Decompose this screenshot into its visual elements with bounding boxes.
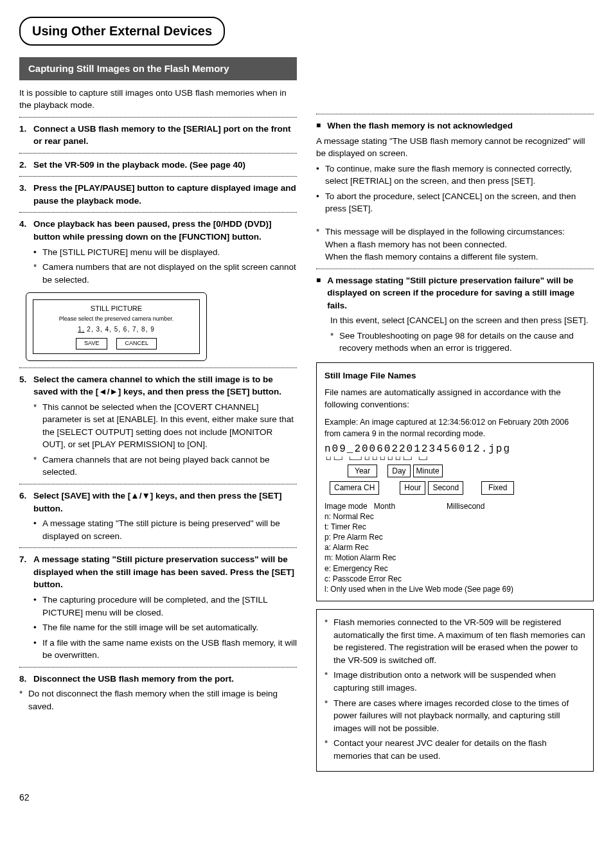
notes-list: Flash memories connected to the VR-509 w… xyxy=(324,616,585,762)
step-number: 2. xyxy=(19,159,33,172)
label-hour: Hour xyxy=(400,481,425,494)
subheading-flash-not-ack: ■ When the flash memory is not acknowled… xyxy=(316,120,594,132)
selected-number: 1, xyxy=(78,326,84,333)
step-4-notes: Camera numbers that are not displayed on… xyxy=(33,261,297,286)
step-number: 8. xyxy=(19,673,33,686)
subheading-failure: ■ A message stating "Still picture prese… xyxy=(316,274,594,312)
filename-box-lead: File names are automatically assigned in… xyxy=(324,386,585,411)
label-month: Month xyxy=(374,502,395,511)
intro-text: It is possible to capture still images o… xyxy=(19,87,297,112)
mode-e: e: Emergency Rec xyxy=(324,563,585,574)
bullet-item: To abort the procedure, select [CANCEL] … xyxy=(316,190,594,215)
note-item: Contact your nearest JVC dealer for deta… xyxy=(324,737,585,762)
note-item: This cannot be selected when the [COVERT… xyxy=(33,401,297,451)
label-second: Second xyxy=(428,481,463,494)
step-3: 3. Press the [PLAY/PAUSE] button to capt… xyxy=(19,182,297,207)
mode-c: c: Passcode Error Rec xyxy=(324,574,585,584)
divider xyxy=(19,153,297,154)
save-button[interactable]: SAVE xyxy=(76,338,107,349)
step-text: Disconnect the USB flash memory from the… xyxy=(33,673,297,686)
bullet-item: The capturing procedure will be complete… xyxy=(33,594,297,619)
label-year: Year xyxy=(348,465,377,477)
divider xyxy=(19,547,297,548)
note-item: This message will be displayed in the fo… xyxy=(316,226,594,263)
step-4: 4. Once playback has been paused, press … xyxy=(19,218,297,243)
dialog-message: Please select the preserved camera numbe… xyxy=(36,315,197,323)
note-item: Camera numbers that are not displayed on… xyxy=(33,261,297,286)
note-item: There are cases where images recorded cl… xyxy=(324,697,585,735)
bullet-item: The file name for the still image will b… xyxy=(33,621,297,634)
divider xyxy=(316,269,594,269)
step-number: 7. xyxy=(19,553,33,591)
step-5-notes: This cannot be selected when the [COVERT… xyxy=(33,401,297,479)
divider xyxy=(19,484,297,484)
step-5: 5. Select the camera channel to which th… xyxy=(19,373,297,398)
note-line: When the flash memory contains a differe… xyxy=(325,252,538,261)
square-icon: ■ xyxy=(316,120,321,132)
other-numbers: 2, 3, 4, 5, 6, 7, 8, 9 xyxy=(85,326,155,333)
dialog-buttons: SAVE CANCEL xyxy=(36,338,197,349)
columns: Capturing Still Images on the Flash Memo… xyxy=(19,57,594,772)
note-item: Image distribution onto a network will b… xyxy=(324,669,585,694)
bullet-item: To continue, make sure the flash memory … xyxy=(316,163,594,188)
step-text: Set the VR-509 in the playback mode. (Se… xyxy=(33,159,297,172)
mode-t: t: Timer Rec xyxy=(324,522,585,532)
right-note-block: This message will be displayed in the fo… xyxy=(316,226,594,263)
cancel-button[interactable]: CANCEL xyxy=(116,338,157,349)
bullet-item: A message stating "The still picture is … xyxy=(33,517,297,542)
divider xyxy=(19,212,297,213)
filename-diagram: └┘└─┘ └──┘└┘└┘└┘└┘└┘└─┘ └─┘ Year Day Min… xyxy=(324,458,585,594)
label-millisecond: Millisecond xyxy=(447,501,484,511)
bullet-item: The [STILL PICTURE] menu will be display… xyxy=(33,246,297,259)
filename-info-box: Still Image File Names File names are au… xyxy=(316,362,594,601)
note-line: When a flash memory has not been connect… xyxy=(325,240,507,249)
filename-string: n09_20060220123456012.jpg xyxy=(324,442,585,457)
step-1: 1. Connect a USB flash memory to the [SE… xyxy=(19,123,297,148)
mode-a: a: Alarm Rec xyxy=(324,542,585,553)
step-number: 6. xyxy=(19,490,33,515)
filename-box-title: Still Image File Names xyxy=(324,369,585,382)
label-fixed: Fixed xyxy=(481,481,514,494)
mode-p: p: Pre Alarm Rec xyxy=(324,532,585,542)
dialog-inner: STILL PICTURE Please select the preserve… xyxy=(33,299,200,353)
label-camera-ch: Camera CH xyxy=(330,481,379,494)
dialog-numbers: 1, 2, 3, 4, 5, 6, 7, 8, 9 xyxy=(36,325,197,335)
right-column: ■ When the flash memory is not acknowled… xyxy=(316,57,594,772)
step-number: 1. xyxy=(19,123,33,148)
note-item: Flash memories connected to the VR-509 w… xyxy=(324,616,585,666)
divider xyxy=(19,667,297,668)
divider xyxy=(316,114,594,114)
step-number: 4. xyxy=(19,218,33,243)
step-text: Select [SAVE] with the [▲/▼] keys, and t… xyxy=(33,490,297,515)
step-7: 7. A message stating "Still picture pres… xyxy=(19,553,297,591)
step-text: Press the [PLAY/PAUSE] button to capture… xyxy=(33,182,297,207)
page-number: 62 xyxy=(19,791,594,804)
step-text: Connect a USB flash memory to the [SERIA… xyxy=(33,123,297,148)
step-8-note: Do not disconnect the flash memory when … xyxy=(19,687,297,713)
square-icon: ■ xyxy=(316,274,321,287)
page-title-box: Using Other External Devices xyxy=(19,17,225,46)
page-title: Using Other External Devices xyxy=(32,24,212,38)
step-6: 6. Select [SAVE] with the [▲/▼] keys, an… xyxy=(19,490,297,515)
label-day: Day xyxy=(387,465,410,477)
right-h2-note: See Troubleshooting on page 98 for detai… xyxy=(330,330,594,355)
step-number: 3. xyxy=(19,182,33,207)
step-text: A message stating "Still picture preserv… xyxy=(33,553,297,591)
bracket-row: └┘└─┘ └──┘└┘└┘└┘└┘└┘└─┘ └─┘ xyxy=(324,458,585,463)
divider xyxy=(19,117,297,118)
paragraph: In this event, select [CANCEL] on the sc… xyxy=(330,314,594,327)
subheading-text: A message stating "Still picture preserv… xyxy=(327,274,594,312)
step-7-bullets: The capturing procedure will be complete… xyxy=(33,594,297,662)
note-item: See Troubleshooting on page 98 for detai… xyxy=(330,330,594,355)
filename-example: Example: An image captured at 12:34:56:0… xyxy=(324,416,585,439)
paragraph: A message stating "The USB flash memory … xyxy=(316,135,594,160)
note-item: Do not disconnect the flash memory when … xyxy=(19,687,297,713)
step-number: 5. xyxy=(19,373,33,398)
divider xyxy=(19,176,297,177)
notes-box: Flash memories connected to the VR-509 w… xyxy=(316,609,594,772)
subheading-text: When the flash memory is not acknowledge… xyxy=(327,120,513,132)
step-6-bullets: A message stating "The still picture is … xyxy=(33,517,297,542)
step-text: Select the camera channel to which the s… xyxy=(33,373,297,398)
divider xyxy=(19,368,297,368)
dialog-title: STILL PICTURE xyxy=(36,304,197,314)
